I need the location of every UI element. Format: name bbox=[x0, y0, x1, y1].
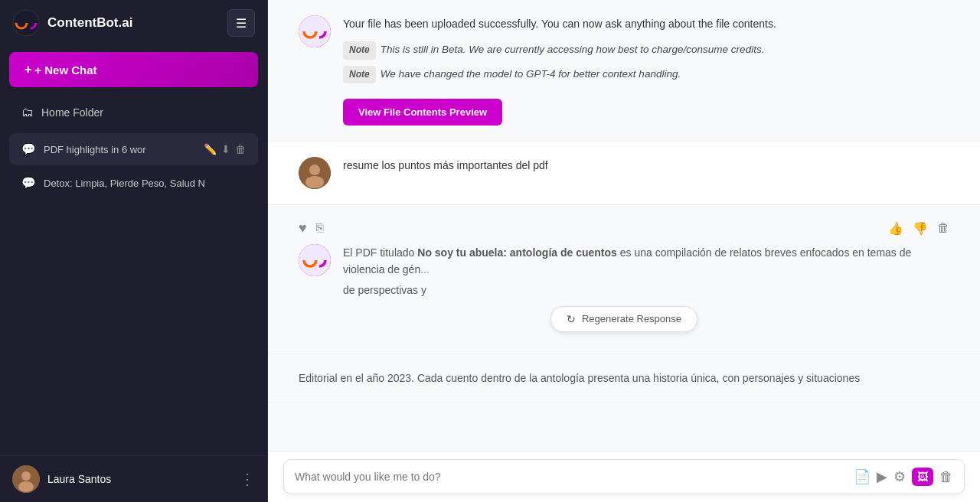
user-avatar-2 bbox=[299, 157, 331, 189]
plus-icon: + bbox=[24, 63, 31, 77]
file-attach-icon[interactable]: 📄 bbox=[854, 468, 871, 485]
trash-icon[interactable]: 🗑 bbox=[235, 143, 246, 155]
contentbot-logo-icon bbox=[12, 9, 40, 37]
bot-message-1: Your file has been uploaded successfully… bbox=[268, 0, 980, 142]
refresh-icon: ↻ bbox=[567, 313, 576, 325]
input-wrapper: 📄 ▶ ⚙ 🖼 🗑 bbox=[283, 459, 965, 494]
svg-point-4 bbox=[21, 471, 31, 481]
new-chat-label: + New Chat bbox=[34, 64, 96, 77]
hamburger-button[interactable]: ☰ bbox=[227, 9, 255, 37]
chat-input[interactable] bbox=[295, 471, 848, 483]
home-folder-label: Home Folder bbox=[41, 106, 103, 119]
note-1: Note This is still in Beta. We are curre… bbox=[343, 41, 949, 59]
edit-icon[interactable]: ✏️ bbox=[204, 143, 217, 155]
note-2-text: We have changed the model to GPT-4 for b… bbox=[381, 66, 681, 83]
note-badge-1: Note bbox=[343, 41, 376, 59]
settings-icon[interactable]: ⚙ bbox=[893, 468, 906, 485]
regenerate-area: ↻ Regenerate Response bbox=[299, 306, 949, 332]
partial-text: Editorial en el año 2023. Cada cuento de… bbox=[299, 370, 949, 386]
bot-avatar-1 bbox=[299, 15, 331, 47]
chat-bubble-icon: 💬 bbox=[21, 142, 36, 156]
bot-response-text-2: de perspectivas y bbox=[343, 282, 949, 298]
input-area: 📄 ▶ ⚙ 🖼 🗑 bbox=[268, 451, 980, 502]
user-menu-button[interactable]: ⋮ bbox=[240, 470, 255, 488]
regenerate-label: Regenerate Response bbox=[582, 313, 681, 324]
logo-text: ContentBot.ai bbox=[47, 15, 132, 31]
message-row-2: resume los puntos más importantes del pd… bbox=[299, 157, 949, 189]
image-attach-button[interactable]: 🖼 bbox=[912, 468, 933, 486]
chat-list: 💬 PDF highlights in 6 wor ✏️ ⬇ 🗑 💬 Detox… bbox=[0, 132, 267, 200]
user-avatar bbox=[12, 465, 40, 493]
note-badge-2: Note bbox=[343, 66, 376, 83]
bot-response-text: El PDF titulado No soy tu abuela: antolo… bbox=[343, 244, 949, 279]
svg-point-5 bbox=[18, 481, 34, 492]
folder-icon: 🗂 bbox=[21, 106, 34, 119]
user-info: Laura Santos bbox=[12, 465, 111, 493]
copy-icon[interactable]: ⎘ bbox=[316, 221, 324, 235]
svg-point-10 bbox=[309, 165, 320, 175]
thumbs-down-icon[interactable]: 👎 bbox=[913, 221, 928, 236]
bot-avatar-2 bbox=[299, 244, 331, 276]
upload-success-text: Your file has been uploaded successfully… bbox=[343, 15, 949, 32]
chat-item-1-actions: ✏️ ⬇ 🗑 bbox=[204, 143, 246, 155]
bot-message-partial: Editorial en el año 2023. Cada cuento de… bbox=[268, 354, 980, 403]
chat-item-1-text: PDF highlights in 6 wor bbox=[44, 144, 196, 155]
download-icon[interactable]: ⬇ bbox=[221, 143, 230, 155]
message-content-1: Your file has been uploaded successfully… bbox=[343, 15, 949, 126]
user-name: Laura Santos bbox=[47, 473, 111, 485]
svg-point-11 bbox=[305, 176, 324, 188]
message-row-3: El PDF titulado No soy tu abuela: antolo… bbox=[299, 244, 949, 298]
heart-icon[interactable]: ♥ bbox=[299, 220, 307, 236]
note-2: Note We have changed the model to GPT-4 … bbox=[343, 66, 949, 83]
home-folder-button[interactable]: 🗂 Home Folder bbox=[9, 96, 258, 129]
regenerate-button[interactable]: ↻ Regenerate Response bbox=[550, 306, 697, 332]
message-row-1: Your file has been uploaded successfully… bbox=[299, 15, 949, 126]
hamburger-icon: ☰ bbox=[236, 16, 247, 31]
chat-bubble-icon-2: 💬 bbox=[21, 176, 36, 190]
thumbs-up-icon[interactable]: 👍 bbox=[888, 221, 903, 236]
view-file-button[interactable]: View File Contents Preview bbox=[343, 99, 502, 126]
bot-message-2: ♥ ⎘ 👍 👎 🗑 El PDF t bbox=[268, 205, 980, 354]
chat-item-2[interactable]: 💬 Detox: Limpia, Pierde Peso, Salud N bbox=[9, 167, 258, 199]
main-content: Your file has been uploaded successfully… bbox=[268, 0, 980, 502]
bot-response-content: El PDF titulado No soy tu abuela: antolo… bbox=[343, 244, 949, 298]
sidebar-footer: Laura Santos ⋮ bbox=[0, 455, 267, 502]
send-button[interactable]: ▶ bbox=[877, 468, 887, 485]
user-message-text: resume los puntos más importantes del pd… bbox=[343, 157, 949, 174]
chat-messages: Your file has been uploaded successfully… bbox=[268, 0, 980, 451]
sidebar: ContentBot.ai ☰ + + New Chat 🗂 Home Fold… bbox=[0, 0, 268, 502]
trash-response-icon[interactable]: 🗑 bbox=[937, 221, 949, 235]
user-message-content: resume los puntos más importantes del pd… bbox=[343, 157, 949, 174]
sidebar-header: ContentBot.ai ☰ bbox=[0, 0, 267, 46]
clear-input-button[interactable]: 🗑 bbox=[939, 469, 953, 485]
user-message-1: resume los puntos más importantes del pd… bbox=[268, 142, 980, 205]
logo-area: ContentBot.ai bbox=[12, 9, 132, 37]
chat-item-1[interactable]: 💬 PDF highlights in 6 wor ✏️ ⬇ 🗑 bbox=[9, 133, 258, 165]
note-1-text: This is still in Beta. We are currently … bbox=[381, 41, 765, 58]
new-chat-button[interactable]: + + New Chat bbox=[9, 52, 258, 87]
chat-item-2-text: Detox: Limpia, Pierde Peso, Salud N bbox=[44, 178, 246, 189]
